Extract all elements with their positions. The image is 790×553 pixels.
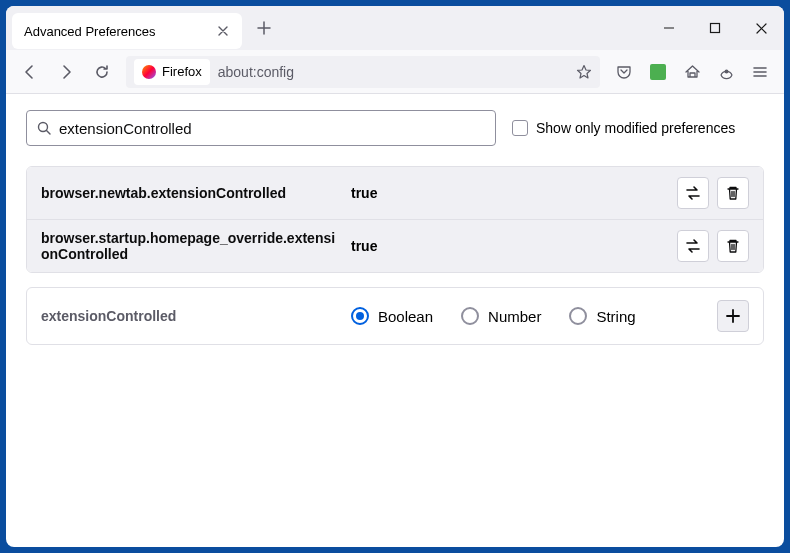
minimize-button[interactable] — [646, 6, 692, 50]
add-button[interactable] — [717, 300, 749, 332]
preference-name: browser.newtab.extensionControlled — [41, 185, 351, 201]
firefox-label: Firefox — [162, 64, 202, 79]
bookmark-star-icon[interactable] — [576, 64, 592, 80]
search-icon — [37, 121, 51, 135]
green-square-icon — [650, 64, 666, 80]
search-row: Show only modified preferences — [26, 110, 764, 146]
radio-icon — [351, 307, 369, 325]
svg-point-1 — [724, 70, 728, 74]
preference-name: browser.startup.homepage_override.extens… — [41, 230, 351, 262]
inbox-icon[interactable] — [676, 56, 708, 88]
radio-label: Boolean — [378, 308, 433, 325]
back-button[interactable] — [14, 56, 46, 88]
preference-row: browser.startup.homepage_override.extens… — [27, 220, 763, 272]
new-tab-button[interactable] — [250, 14, 278, 42]
firefox-badge: Firefox — [134, 59, 210, 85]
browser-tab[interactable]: Advanced Preferences — [12, 13, 242, 49]
type-radio-group: Boolean Number String — [351, 307, 717, 325]
preference-actions — [677, 177, 749, 209]
radio-boolean[interactable]: Boolean — [351, 307, 433, 325]
search-box[interactable] — [26, 110, 496, 146]
maximize-button[interactable] — [692, 6, 738, 50]
extension-icon[interactable] — [642, 56, 674, 88]
new-preference-row: extensionControlled Boolean Number Strin… — [26, 287, 764, 345]
search-input[interactable] — [59, 120, 485, 137]
preference-row: browser.newtab.extensionControlled true — [27, 167, 763, 220]
checkbox-label: Show only modified preferences — [536, 120, 735, 136]
show-only-modified-checkbox[interactable]: Show only modified preferences — [512, 120, 735, 136]
radio-label: Number — [488, 308, 541, 325]
delete-button[interactable] — [717, 230, 749, 262]
page-content: Show only modified preferences browser.n… — [6, 94, 784, 361]
window-controls — [646, 6, 784, 50]
close-window-button[interactable] — [738, 6, 784, 50]
close-tab-button[interactable] — [216, 24, 230, 38]
toolbar-icons — [608, 56, 776, 88]
toggle-button[interactable] — [677, 177, 709, 209]
radio-icon — [461, 307, 479, 325]
radio-string[interactable]: String — [569, 307, 635, 325]
delete-button[interactable] — [717, 177, 749, 209]
menu-button[interactable] — [744, 56, 776, 88]
pocket-icon[interactable] — [608, 56, 640, 88]
new-preference-name: extensionControlled — [41, 308, 351, 324]
tab-title: Advanced Preferences — [24, 24, 208, 39]
radio-icon — [569, 307, 587, 325]
radio-number[interactable]: Number — [461, 307, 541, 325]
toggle-button[interactable] — [677, 230, 709, 262]
preference-value: true — [351, 238, 677, 254]
svg-rect-0 — [711, 24, 720, 33]
address-bar[interactable]: Firefox about:config — [126, 56, 600, 88]
radio-label: String — [596, 308, 635, 325]
checkbox-icon — [512, 120, 528, 136]
titlebar: Advanced Preferences — [6, 6, 784, 50]
preference-actions — [677, 230, 749, 262]
forward-button[interactable] — [50, 56, 82, 88]
reload-button[interactable] — [86, 56, 118, 88]
preferences-list: browser.newtab.extensionControlled true … — [26, 166, 764, 273]
account-icon[interactable] — [710, 56, 742, 88]
firefox-icon — [142, 65, 156, 79]
browser-window: Advanced Preferences — [6, 6, 784, 547]
toolbar: Firefox about:config — [6, 50, 784, 94]
url-text: about:config — [218, 64, 568, 80]
preference-value: true — [351, 185, 677, 201]
